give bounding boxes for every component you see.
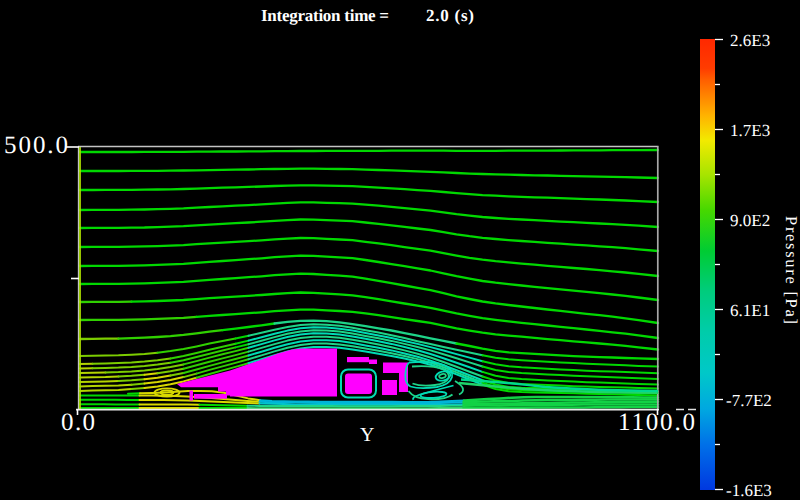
svg-text:2.6E3: 2.6E3 [730, 31, 770, 50]
svg-text:2.0 (s): 2.0 (s) [426, 6, 474, 25]
svg-text:0.0: 0.0 [61, 409, 95, 436]
svg-text:6.1E1: 6.1E1 [730, 301, 770, 320]
svg-text:500.0: 500.0 [4, 132, 68, 159]
svg-text:1.7E3: 1.7E3 [730, 121, 770, 140]
svg-text:1100.0: 1100.0 [618, 409, 695, 436]
svg-text:Integration time =: Integration time = [261, 6, 389, 25]
svg-text:9.0E2: 9.0E2 [730, 211, 770, 230]
svg-text:-1.6E3: -1.6E3 [726, 481, 772, 500]
svg-text:Y: Y [360, 424, 374, 446]
svg-text:-7.7E2: -7.7E2 [726, 391, 772, 410]
